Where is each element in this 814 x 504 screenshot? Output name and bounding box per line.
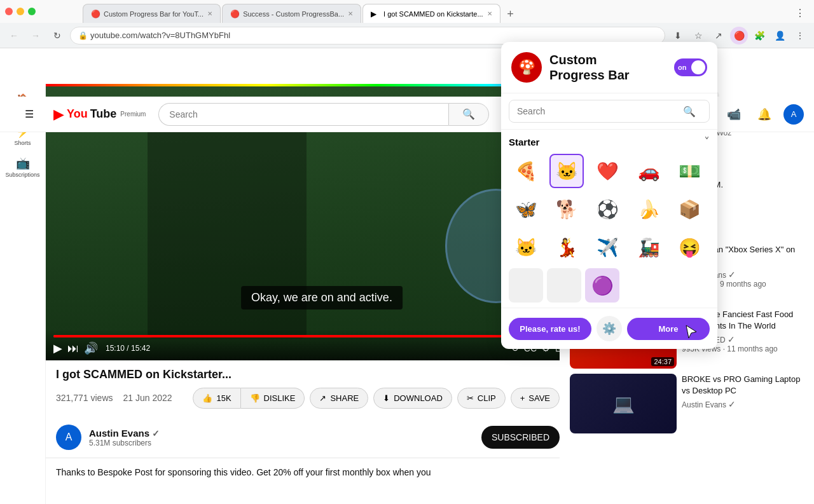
- ext-item-box[interactable]: 📦: [673, 192, 707, 226]
- ext-item-money[interactable]: 💵: [673, 154, 707, 188]
- video-meta-row: 321,771 views 21 Jun 2022 👍 15K 👎 DISLIK…: [56, 386, 560, 409]
- ext-item-dancer[interactable]: 💃: [549, 230, 584, 264]
- ext-toggle[interactable]: on: [674, 58, 707, 76]
- download-button[interactable]: ⬇ DOWNLOAD: [373, 388, 452, 409]
- extensions-icon[interactable]: 🧩: [750, 27, 768, 44]
- mute-button[interactable]: 🔊: [84, 341, 98, 355]
- ext-item-butterfly[interactable]: 🦋: [509, 192, 543, 226]
- hamburger-icon: ☰: [25, 108, 34, 120]
- ext-partial-row: 🟣: [509, 268, 710, 303]
- like-icon: 👍: [202, 393, 212, 403]
- ext-item-nyancat[interactable]: 🐱: [549, 154, 584, 188]
- dislike-icon: 👎: [250, 393, 260, 403]
- forward-button[interactable]: →: [27, 27, 45, 44]
- play-button[interactable]: ▶: [53, 341, 62, 355]
- ext-item-pizza[interactable]: 🍕: [509, 154, 543, 188]
- more-options-icon[interactable]: ⋮: [791, 27, 809, 44]
- url-text: youtube.com/watch?v=8UThGMYbFhl: [90, 31, 230, 40]
- tabs-bar: 🔴 Custom Progress Bar for YouT... ✕ 🔴 Su…: [38, 0, 564, 23]
- description-text: Thanks to Bespoke Post for sponsoring th…: [56, 466, 560, 479]
- ext-search-input[interactable]: [509, 100, 710, 123]
- tab-3-close[interactable]: ✕: [487, 10, 492, 17]
- ext-header: 🍄 Custom Progress Bar on: [501, 42, 717, 93]
- browser-menu-icon[interactable]: ⋮: [791, 4, 809, 22]
- share-label: SHARE: [330, 393, 359, 403]
- progress-track[interactable]: [53, 335, 560, 337]
- notification-icon[interactable]: 🔔: [753, 103, 776, 126]
- ext-settings-button[interactable]: ⚙️: [597, 316, 622, 341]
- maximize-button[interactable]: [28, 8, 36, 15]
- close-button[interactable]: [5, 8, 13, 15]
- tab-3-favicon: ▶: [371, 10, 380, 18]
- tab-2[interactable]: 🔴 Success - Custom ProgressBa... ✕: [222, 4, 361, 23]
- user-avatar[interactable]: A: [783, 104, 804, 125]
- ext-item-heart[interactable]: ❤️: [591, 154, 625, 188]
- save-label: SAVE: [528, 393, 550, 403]
- browser-chrome: 🔴 Custom Progress Bar for YouT... ✕ 🔴 Su…: [0, 0, 814, 48]
- minimize-button[interactable]: [17, 8, 24, 15]
- ext-item-banana[interactable]: 🍌: [631, 192, 666, 226]
- ext-item-car[interactable]: 🚗: [631, 154, 666, 188]
- share-button[interactable]: ↗ SHARE: [310, 388, 368, 409]
- profile-icon[interactable]: 👤: [771, 27, 789, 44]
- ext-item-plane[interactable]: ✈️: [591, 230, 625, 264]
- create-icon[interactable]: 📹: [722, 103, 745, 126]
- search-input[interactable]: [158, 103, 448, 126]
- section-collapse-icon[interactable]: ˅: [704, 135, 710, 149]
- hamburger-menu[interactable]: ☰: [10, 104, 48, 124]
- clip-button[interactable]: ✂ CLIP: [457, 388, 506, 409]
- share-icon: ↗: [319, 393, 326, 403]
- rec-item-5[interactable]: 💻 BROKE vs PRO Gaming Laptop vs Desktop …: [570, 374, 804, 433]
- ext-item-soccer[interactable]: ⚽: [591, 192, 625, 226]
- search-button[interactable]: 🔍: [448, 103, 489, 126]
- dislike-label: DISLIKE: [264, 393, 296, 403]
- video-content-area: doom Okay, we are on and active.: [46, 84, 560, 504]
- toggle-switch[interactable]: on: [674, 58, 707, 76]
- next-button[interactable]: ⏭: [67, 342, 79, 355]
- rate-us-button[interactable]: Please, rate us!: [509, 318, 591, 340]
- video-title: I got SCAMMED on Kickstarter...: [56, 368, 560, 381]
- subscribe-button[interactable]: SUBSCRIBED: [481, 426, 560, 449]
- toggle-label: on: [678, 64, 686, 71]
- ext-item-purple-circle[interactable]: 🟣: [585, 268, 619, 303]
- time-display: 15:10 / 15:42: [106, 344, 150, 353]
- save-icon: +: [520, 393, 525, 403]
- youtube-wordmark: You: [67, 107, 88, 121]
- ext-item-train[interactable]: 🚂: [631, 230, 666, 264]
- tab-3[interactable]: ▶ I got SCAMMED on Kickstarte... ✕: [362, 4, 500, 23]
- clip-label: CLIP: [478, 393, 496, 403]
- share-icon[interactable]: ↗: [710, 27, 728, 44]
- ext-logo-icon: 🍄: [518, 59, 535, 76]
- more-button[interactable]: More: [627, 318, 710, 340]
- youtube-logo[interactable]: ▶ YouTube Premium: [53, 106, 146, 123]
- channel-subs: 5.31M subscribers: [89, 439, 481, 447]
- ext-item-dog[interactable]: 🐕: [549, 192, 584, 226]
- like-button[interactable]: 👍 15K: [193, 388, 240, 409]
- ext-title-line1: Custom: [549, 52, 630, 67]
- reload-button[interactable]: ↻: [48, 27, 66, 44]
- tab-3-title: I got SCAMMED on Kickstarte...: [383, 10, 483, 18]
- rec-duration-4: 24:37: [651, 357, 674, 366]
- search-bar: 🔍: [158, 103, 489, 126]
- premium-badge: Premium: [120, 111, 146, 118]
- video-info: I got SCAMMED on Kickstarter... 321,771 …: [46, 360, 560, 417]
- controls-row: ▶ ⏭ 🔊 15:10 / 15:42 ↻ CC ⚙ ⊡ ▭: [53, 341, 560, 355]
- tab-1-close[interactable]: ✕: [207, 10, 212, 17]
- tab-1-title: Custom Progress Bar for YouT...: [104, 10, 204, 18]
- save-button[interactable]: + SAVE: [511, 388, 560, 409]
- new-tab-button[interactable]: +: [502, 5, 520, 23]
- ext-item-tongue[interactable]: 😝: [673, 230, 707, 264]
- channel-avatar[interactable]: A: [56, 425, 81, 450]
- tab-2-close[interactable]: ✕: [348, 10, 353, 17]
- tab-1-favicon: 🔴: [91, 10, 100, 18]
- youtube-sidebar: 🏠 Home ⚡ Shorts 📺 Subscriptions: [0, 84, 46, 504]
- extension-icon[interactable]: 🔴: [730, 27, 748, 44]
- ext-item-hellokitty[interactable]: 🐱: [509, 230, 543, 264]
- ext-items-grid: 🍕 🐱 ❤️ 🚗 💵 🦋 🐕 ⚽ 🍌 📦 🐱 💃 ✈️ 🚂 😝: [509, 154, 710, 264]
- youtube-tube: Tube: [90, 107, 117, 121]
- dislike-button[interactable]: 👎 DISLIKE: [241, 388, 305, 409]
- like-count: 15K: [216, 393, 231, 403]
- back-button[interactable]: ←: [5, 27, 23, 44]
- tab-1[interactable]: 🔴 Custom Progress Bar for YouT... ✕: [83, 4, 221, 23]
- sidebar-item-subscriptions[interactable]: 📺 Subscriptions: [4, 153, 42, 182]
